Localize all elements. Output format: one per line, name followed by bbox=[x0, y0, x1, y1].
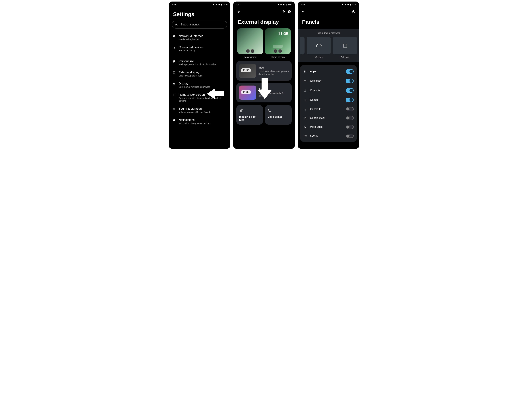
phone-icon bbox=[268, 108, 289, 113]
status-time: 2:41 bbox=[236, 3, 240, 6]
volume-icon bbox=[172, 107, 176, 111]
stock-icon bbox=[303, 116, 307, 120]
rearrange-hint: Hold & drag to rearrange bbox=[298, 32, 359, 34]
lock-screen-tile[interactable] bbox=[237, 28, 263, 54]
search-input[interactable]: Search settings bbox=[172, 21, 227, 29]
card-label: Display & Font Size bbox=[239, 115, 260, 122]
status-bar: 2:42 ✱ ⊖ ◆ ▮ 32% bbox=[298, 1, 359, 6]
toggle-label: Calendar bbox=[310, 79, 343, 82]
search-placeholder: Search settings bbox=[181, 23, 200, 26]
svg-point-7 bbox=[305, 72, 305, 72]
palette-icon bbox=[172, 60, 176, 63]
switch[interactable] bbox=[346, 79, 354, 83]
battery-pct: 32% bbox=[288, 3, 292, 6]
svg-point-6 bbox=[304, 72, 305, 72]
help-button[interactable] bbox=[287, 9, 292, 14]
svg-point-2 bbox=[306, 71, 306, 71]
devices-icon bbox=[172, 46, 176, 49]
card-call-settings[interactable]: Call settings bbox=[265, 105, 292, 125]
item-sub: Notification history, conversations bbox=[179, 122, 227, 125]
svg-point-4 bbox=[305, 71, 305, 72]
fit-icon bbox=[303, 107, 307, 111]
home-screen-tile[interactable]: 11:35 bbox=[265, 28, 291, 54]
toggle-moto-buds[interactable]: Moto Buds bbox=[303, 123, 354, 131]
annotation-arrow-right bbox=[207, 89, 224, 99]
settings-item-sound-vibration[interactable]: Sound & vibration Volume, vibration, Do … bbox=[172, 104, 228, 116]
rearrange-area: Hold & drag to rearrange Weather Calenda… bbox=[298, 29, 359, 62]
item-title: Personalize bbox=[179, 59, 227, 63]
page-title: External display bbox=[233, 15, 295, 28]
wifi-icon bbox=[172, 34, 176, 38]
switch[interactable] bbox=[346, 116, 354, 120]
panel-label: Weather bbox=[307, 56, 331, 58]
item-title: Display bbox=[179, 82, 227, 85]
switch[interactable] bbox=[346, 69, 354, 74]
screenshot-panels: 2:42 ✱ ⊖ ◆ ▮ 32% Panels Hold & drag to r… bbox=[298, 1, 359, 149]
panel-tile-weather[interactable] bbox=[307, 37, 331, 54]
settings-item-network-internet[interactable]: Network & internet Mobile, Wi-Fi, hotspo… bbox=[172, 32, 228, 43]
card-tips[interactable]: 11:35 Tips Learn more about what you can… bbox=[236, 61, 292, 81]
switch[interactable] bbox=[346, 134, 354, 138]
switch[interactable] bbox=[346, 125, 354, 129]
item-title: Connected devices bbox=[179, 45, 227, 49]
ext-icon bbox=[172, 71, 176, 75]
search-button[interactable] bbox=[281, 9, 287, 14]
toggle-google-stock[interactable]: Google stock bbox=[303, 114, 354, 123]
back-button[interactable] bbox=[236, 9, 241, 14]
mini-card-row: Display & Font Size Call settings bbox=[233, 105, 295, 125]
battery-icon: ▮ bbox=[350, 3, 351, 6]
back-button[interactable] bbox=[300, 9, 306, 14]
toggle-label: Apps bbox=[310, 70, 343, 73]
toggle-label: Contacts bbox=[310, 89, 343, 92]
search-button[interactable] bbox=[351, 9, 356, 14]
item-sub: Dark theme, font size, brightness bbox=[179, 86, 227, 89]
panel-tile-partial[interactable] bbox=[300, 37, 304, 54]
toggle-calendar[interactable]: Calendar bbox=[303, 76, 354, 86]
status-time: 2:29 bbox=[172, 3, 176, 6]
thumb-clock: 11:35 bbox=[241, 68, 251, 72]
item-title: Network & internet bbox=[179, 34, 227, 38]
settings-item-personalize[interactable]: Personalize Wallpaper, color, icon, font… bbox=[172, 57, 228, 68]
card-thumb: 11:35 bbox=[239, 86, 256, 100]
status-right: ✱ ⊖ ◆ ▮ 34% bbox=[213, 3, 228, 6]
toggle-google-fit[interactable]: Google fit bbox=[303, 105, 354, 114]
buds-icon bbox=[303, 125, 307, 129]
toggle-games[interactable]: Games bbox=[303, 95, 354, 105]
settings-item-connected-devices[interactable]: Connected devices Bluetooth, pairing bbox=[172, 43, 228, 54]
svg-point-1 bbox=[305, 71, 305, 71]
settings-item-notifications[interactable]: Notifications Notification history, conv… bbox=[172, 116, 228, 127]
switch[interactable] bbox=[346, 88, 354, 93]
svg-point-0 bbox=[304, 71, 305, 71]
svg-point-5 bbox=[306, 71, 306, 72]
dnd-icon: ⊖ bbox=[345, 3, 347, 6]
toggle-spotify[interactable]: Spotify bbox=[303, 131, 354, 140]
lock-icon bbox=[172, 93, 176, 97]
battery-pct: 34% bbox=[223, 3, 228, 6]
card-display-font[interactable]: Display & Font Size bbox=[236, 105, 263, 125]
topbar bbox=[233, 6, 295, 15]
toggle-apps[interactable]: Apps bbox=[303, 67, 354, 76]
bluetooth-icon: ✱ bbox=[277, 3, 279, 6]
battery-pct: 32% bbox=[352, 3, 356, 6]
item-title: External display bbox=[179, 70, 227, 74]
item-title: Sound & vibration bbox=[179, 107, 227, 111]
preview-tiles: Lock screen 11:35 Home screen bbox=[233, 28, 295, 58]
bell-icon bbox=[172, 118, 176, 122]
thumb-clock: 11:35 bbox=[241, 90, 251, 94]
panel-label: Calendar bbox=[333, 56, 357, 58]
topbar bbox=[298, 6, 359, 15]
tile-label: Home screen bbox=[271, 56, 285, 58]
switch[interactable] bbox=[346, 98, 354, 102]
panel-tile-calendar[interactable] bbox=[333, 37, 357, 54]
search-icon bbox=[175, 23, 178, 26]
item-sub: Clock style, panels, apps bbox=[179, 75, 227, 77]
toggle-label: Games bbox=[310, 98, 343, 102]
screenshot-external-display: 2:41 ✱ ⊖ ◆ ▮ 32% External display Lock s… bbox=[233, 1, 295, 149]
toggle-label: Google stock bbox=[310, 116, 343, 120]
battery-icon: ▮ bbox=[221, 3, 222, 6]
settings-item-external-display[interactable]: External display Clock style, panels, ap… bbox=[172, 68, 228, 79]
svg-point-3 bbox=[304, 71, 305, 72]
switch[interactable] bbox=[346, 107, 354, 111]
calendar-icon bbox=[303, 79, 307, 83]
toggle-contacts[interactable]: Contacts bbox=[303, 86, 354, 95]
